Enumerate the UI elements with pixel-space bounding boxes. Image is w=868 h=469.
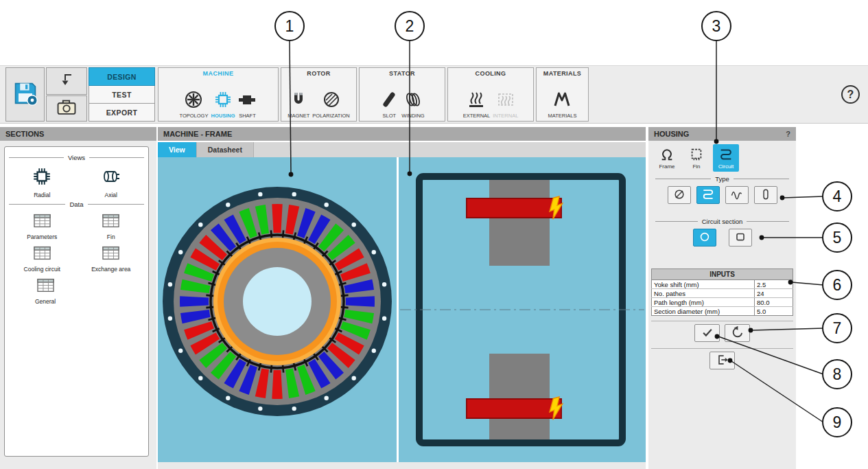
external-cooling-button[interactable]: EXTERNAL xyxy=(463,90,491,119)
input-label-yoke-shift: Yoke shift (mm) xyxy=(652,280,755,289)
export-circuit-button[interactable] xyxy=(709,352,735,369)
reset-button[interactable] xyxy=(725,324,750,342)
circuit-icon xyxy=(718,147,734,162)
check-icon xyxy=(701,325,714,341)
parameters-label: Parameters xyxy=(27,233,57,240)
axial-view-button[interactable]: Axial xyxy=(79,166,143,198)
export-icon xyxy=(716,353,729,369)
ribbon-group-materials: MATERIALS MATERIALS xyxy=(536,67,589,122)
input-value-yoke-shift[interactable]: 2.5 xyxy=(755,280,793,289)
slot-label: SLOT xyxy=(383,113,397,119)
magnet-button[interactable]: MAGNET xyxy=(288,90,309,119)
circuit-tab[interactable]: Circuit xyxy=(713,144,739,172)
shaft-button[interactable]: SHAFT xyxy=(237,90,257,119)
screenshot-button[interactable] xyxy=(46,95,87,122)
slot-icon xyxy=(379,90,399,111)
separator xyxy=(651,321,793,321)
load-button[interactable] xyxy=(46,67,87,95)
radial-view-canvas[interactable] xyxy=(158,157,397,462)
input-value-path-length[interactable]: 80.0 xyxy=(755,298,793,307)
group-stator-title: STATOR xyxy=(389,68,415,77)
ribbon-group-stator: STATOR SLOT WINDING xyxy=(359,67,445,122)
sections-panel: Views Radial xyxy=(0,141,156,469)
tab-export[interactable]: EXPORT xyxy=(89,104,155,122)
cooling-circuit-button[interactable]: Cooling circuit xyxy=(10,245,74,273)
view-footer-strip xyxy=(158,462,646,469)
external-cooling-icon xyxy=(467,90,486,111)
inputs-table-title: INPUTS xyxy=(652,269,793,280)
apply-button[interactable] xyxy=(694,324,720,342)
table-icon xyxy=(102,213,120,231)
housing-button[interactable]: HOUSING xyxy=(211,90,235,119)
input-label-path-length: Path length (mm) xyxy=(652,298,755,307)
ribbon-group-machine: MACHINE TOPOLOGY xyxy=(158,67,279,122)
type-wave-button[interactable] xyxy=(725,186,749,204)
axial-duct-icon xyxy=(759,187,773,203)
table-icon xyxy=(33,213,51,231)
tab-datasheet[interactable]: Datasheet xyxy=(197,142,254,157)
topology-label: TOPOLOGY xyxy=(180,113,209,119)
machine-view-tab-bar: View Datasheet xyxy=(158,142,646,157)
table-row: Section diameter (mm) 5.0 xyxy=(652,307,793,316)
magnet-icon xyxy=(289,90,308,111)
input-value-no-pathes[interactable]: 24 xyxy=(755,289,793,298)
save-button[interactable] xyxy=(5,67,45,122)
general-button[interactable]: General xyxy=(13,277,78,305)
circuit-tab-label: Circuit xyxy=(718,163,734,170)
winding-label: WINDING xyxy=(401,113,424,119)
frame-icon xyxy=(659,147,675,162)
input-value-section-diameter[interactable]: 5.0 xyxy=(755,307,793,316)
polarization-button[interactable]: POLARIZATION xyxy=(312,90,349,119)
callout-1: 1 xyxy=(274,11,305,41)
exchange-area-label: Exchange area xyxy=(91,266,130,273)
section-circle-button[interactable] xyxy=(693,229,716,247)
exchange-area-button[interactable]: Exchange area xyxy=(79,245,143,273)
tab-design[interactable]: DESIGN xyxy=(89,67,155,86)
camera-icon xyxy=(56,98,78,119)
import-arrow-icon xyxy=(58,71,75,91)
tab-view[interactable]: View xyxy=(158,142,197,157)
table-row: Path length (mm) 80.0 xyxy=(652,298,793,307)
slot-button[interactable]: SLOT xyxy=(379,90,399,119)
ribbon-group-rotor: ROTOR MAGNET xyxy=(281,67,357,122)
axial-view-label: Axial xyxy=(105,192,117,198)
fin-tab[interactable]: Fin xyxy=(683,144,709,172)
type-axial-duct-button[interactable] xyxy=(754,186,777,204)
input-label-section-diameter: Section diameter (mm) xyxy=(652,307,755,316)
topology-button[interactable]: TOPOLOGY xyxy=(180,90,209,119)
winding-button[interactable]: WINDING xyxy=(401,90,424,119)
type-serpentine-button[interactable] xyxy=(696,186,720,204)
radial-view-icon xyxy=(32,166,52,189)
parameters-button[interactable]: Parameters xyxy=(10,213,74,240)
table-icon xyxy=(102,245,120,263)
circuit-section-legend: Circuit section xyxy=(655,218,789,225)
group-rotor-title: ROTOR xyxy=(307,68,330,77)
circuit-type-options xyxy=(648,186,796,204)
ribbon-group-cooling: COOLING EXTERNAL xyxy=(447,67,534,122)
table-row: Yoke shift (mm) 2.5 xyxy=(652,280,793,289)
materials-button[interactable]: MATERIALS xyxy=(548,90,577,119)
housing-tab-bar: Frame Fin Circuit xyxy=(654,144,739,172)
sections-panel-header: SECTIONS xyxy=(0,127,156,141)
help-button[interactable]: ? xyxy=(841,85,860,104)
wave-circuit-icon xyxy=(730,187,744,203)
section-square-button[interactable] xyxy=(729,229,752,247)
action-button-row xyxy=(648,324,796,342)
external-cooling-label: EXTERNAL xyxy=(463,113,491,119)
data-legend-label: Data xyxy=(69,201,83,208)
axial-view-icon xyxy=(101,166,121,189)
callout-8: 8 xyxy=(822,359,852,389)
tab-test[interactable]: TEST xyxy=(89,86,155,104)
frame-tab[interactable]: Frame xyxy=(654,144,680,172)
data-legend: Data xyxy=(9,201,144,208)
callout-4: 4 xyxy=(822,181,852,211)
housing-help-button[interactable]: ? xyxy=(786,130,790,138)
housing-icon xyxy=(213,90,233,111)
type-none-button[interactable] xyxy=(668,186,691,204)
housing-label: HOUSING xyxy=(211,113,235,119)
fin-data-button[interactable]: Fin xyxy=(79,213,143,240)
axial-view-canvas[interactable] xyxy=(399,157,646,462)
callout-7: 7 xyxy=(822,313,852,343)
machine-panel-title: MACHINE - FRAME xyxy=(163,130,232,138)
radial-view-button[interactable]: Radial xyxy=(10,166,74,198)
